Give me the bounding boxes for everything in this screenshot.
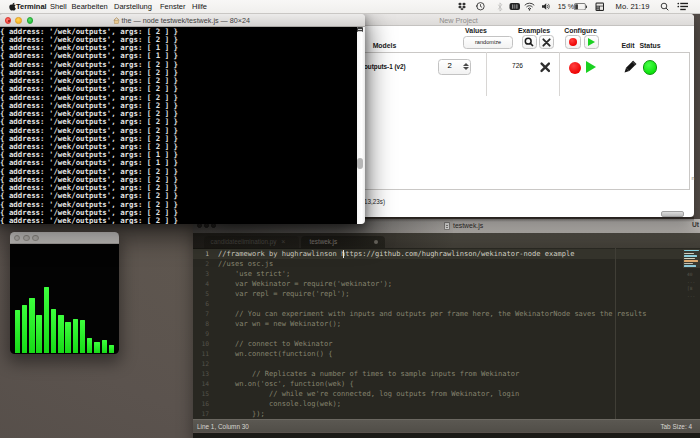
code-line[interactable]: 4 var Wekinator = require('wekinator');: [193, 279, 700, 289]
tab-label: candidateelimination.py: [211, 238, 277, 245]
code-line[interactable]: 3 'use strict';: [193, 269, 700, 279]
time-machine-icon[interactable]: [475, 0, 486, 13]
terminal-content[interactable]: { address: '/wek/outputs', args: [ 2 ] }…: [0, 27, 357, 225]
terminal-titlebar[interactable]: the — node testwek/testwek.js — 80×24: [0, 14, 365, 27]
code-line[interactable]: 15 // while we're connected, log outputs…: [193, 389, 700, 399]
stepper-up-icon[interactable]: [463, 63, 469, 66]
equalizer-bar: [87, 338, 92, 353]
code-line[interactable]: 2//uses osc.js: [193, 259, 700, 269]
input-source-icon[interactable]: [595, 0, 605, 13]
horizontal-scrollbar-thumb[interactable]: [661, 211, 684, 217]
text-caret: [343, 250, 344, 258]
equalizer-bar: [51, 309, 56, 353]
tab-size[interactable]: Tab Size: 4: [660, 421, 692, 432]
notification-center-icon[interactable]: [676, 0, 689, 13]
line-number: 11: [193, 349, 209, 359]
code-text: wn.on('osc', function(wek) {: [218, 379, 354, 389]
line-number: 8: [193, 319, 209, 329]
code-line[interactable]: 13 // Replicates a number of times to sa…: [193, 369, 700, 379]
content-box-border: [689, 52, 690, 190]
code-line[interactable]: 5 var repl = require('repl');: [193, 289, 700, 299]
examples-search-button[interactable]: [522, 35, 537, 49]
apple-menu[interactable]: [8, 0, 16, 13]
minimap-faint-text: 40 ... [8 ...: [687, 271, 700, 299]
code-text: var Wekinator = require('wekinator');: [218, 279, 392, 289]
equalizer-chart: [10, 244, 119, 354]
menu-shell[interactable]: Shell: [50, 0, 67, 13]
record-all-button[interactable]: [565, 35, 581, 49]
line-number: 9: [193, 329, 209, 339]
volume-icon[interactable]: [541, 0, 552, 13]
terminal-output: { address: '/wek/outputs', args: [ 2 ] }…: [0, 28, 178, 224]
code-text: wn.connect(function() {: [218, 349, 333, 359]
document-proxy-icon: [444, 222, 450, 229]
line-number: 4: [193, 279, 209, 289]
minimize-button[interactable]: [23, 235, 29, 241]
terminal-window: the — node testwek/testwek.js — 80×24 { …: [0, 14, 365, 224]
line-number: 5: [193, 289, 209, 299]
tab-label: testwek.js: [310, 238, 338, 245]
row-run-button[interactable]: [586, 61, 596, 73]
search-icon: [524, 37, 534, 47]
output-count-stepper[interactable]: 2: [438, 59, 472, 75]
tab-testwek[interactable]: testwek.js: [301, 236, 385, 249]
menu-terminal[interactable]: Terminal: [16, 0, 47, 13]
code-line[interactable]: 14 wn.on('osc', function(wek) {: [193, 379, 700, 389]
code-text: 'use strict';: [218, 269, 290, 279]
randomize-button[interactable]: randomize: [463, 36, 513, 50]
menu-bearbeiten[interactable]: Bearbeiten: [72, 0, 108, 13]
equalizer-bar: [73, 319, 78, 353]
bluetooth-icon[interactable]: [496, 0, 504, 13]
edit-column-label: Edit: [621, 42, 634, 49]
line-number: 6: [193, 299, 209, 309]
minimap[interactable]: [683, 249, 700, 268]
code-line[interactable]: 1//framework by hughrawlinson https://gi…: [193, 249, 700, 259]
code-line[interactable]: 6: [193, 299, 700, 309]
x-icon: [540, 62, 551, 73]
line-number: 16: [193, 399, 209, 409]
menu-clock[interactable]: Mo. 21:19: [615, 0, 650, 13]
battery-percent-label: 15 %: [557, 0, 575, 13]
tab-close-icon[interactable]: ×: [281, 238, 285, 245]
menu-hilfe[interactable]: Hilfe: [192, 0, 207, 13]
terminal-scrollbar[interactable]: [357, 27, 365, 225]
examples-label: Examples: [518, 27, 550, 34]
code-area[interactable]: 1//framework by hughrawlinson https://gi…: [193, 248, 700, 419]
menu-darstellung[interactable]: Darstellung: [114, 0, 152, 13]
code-line[interactable]: 10 // connect to Wekinator: [193, 339, 700, 349]
code-line[interactable]: 8 var wn = new Wekinator();: [193, 319, 700, 329]
minimap-line: [684, 260, 698, 261]
row-edit-button[interactable]: [621, 59, 638, 76]
code-line[interactable]: 11 wn.connect(function() {: [193, 349, 700, 359]
tab-candidateelimination[interactable]: candidateelimination.py ×: [204, 236, 300, 249]
equalizer-titlebar[interactable]: [10, 232, 119, 244]
editor-window-title: testwek.js: [453, 220, 483, 232]
display-icon[interactable]: [509, 0, 521, 13]
code-line[interactable]: 12: [193, 359, 700, 369]
model-name[interactable]: outputs-1 (v2): [364, 63, 406, 70]
menu-fenster[interactable]: Fenster: [160, 0, 185, 13]
code-line[interactable]: 17 });: [193, 409, 700, 419]
dropbox-icon[interactable]: [457, 0, 468, 13]
equalizer-bar: [29, 298, 34, 353]
code-line[interactable]: 9: [193, 329, 700, 339]
column-separator: [559, 52, 560, 96]
code-line[interactable]: 7 // You can experiment with inputs and …: [193, 309, 700, 319]
row-clear-button[interactable]: [538, 61, 552, 75]
values-label: Values: [465, 27, 487, 34]
examples-clear-button[interactable]: [539, 35, 554, 49]
run-all-button[interactable]: [584, 35, 600, 49]
spotlight-icon[interactable]: [660, 0, 670, 13]
scrollbar-thumb[interactable]: [357, 158, 363, 169]
close-button[interactable]: [14, 235, 20, 241]
row-record-button[interactable]: [569, 62, 582, 75]
examples-count: 726: [512, 62, 523, 69]
code-text: });: [218, 409, 265, 419]
wifi-icon[interactable]: [524, 0, 536, 13]
record-icon: [569, 38, 577, 46]
zoom-button[interactable]: [32, 235, 38, 241]
code-line[interactable]: 16 console.log(wek);: [193, 399, 700, 409]
stepper-down-icon[interactable]: [463, 67, 469, 70]
equalizer-bar: [22, 305, 27, 353]
line-number: 15: [193, 389, 209, 399]
